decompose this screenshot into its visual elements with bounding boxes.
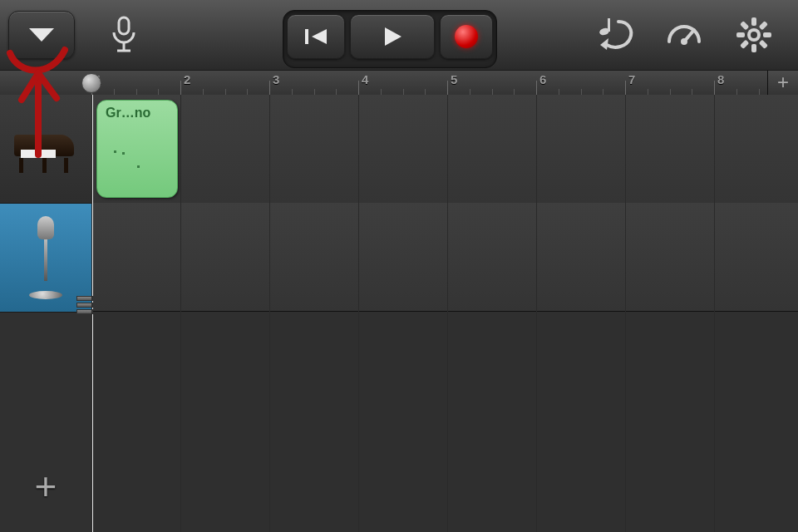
svg-marker-6	[385, 27, 401, 46]
midi-note-dot	[122, 152, 125, 155]
ruler-tick-major	[714, 81, 715, 96]
grid-line	[447, 95, 448, 532]
midi-note-dot	[114, 150, 116, 153]
loop-note-icon	[594, 17, 635, 53]
play-icon	[382, 26, 403, 47]
ruler-tick-major	[625, 81, 626, 96]
transport-controls	[283, 10, 497, 68]
svg-rect-4	[305, 29, 308, 44]
svg-rect-19	[740, 21, 749, 30]
grid-line	[714, 95, 715, 532]
svg-rect-15	[736, 32, 745, 37]
midi-region[interactable]: Gr…no	[96, 100, 178, 198]
svg-rect-1	[119, 17, 129, 34]
mixer-icon	[666, 18, 702, 52]
svg-rect-14	[751, 44, 756, 52]
piano-icon	[12, 125, 79, 173]
svg-rect-17	[759, 21, 768, 30]
ruler-bar-number: 4	[362, 72, 368, 86]
ruler-bar-number: 7	[628, 72, 635, 86]
microphone-icon	[108, 16, 140, 54]
ruler-track: 12345678	[91, 71, 768, 96]
svg-rect-18	[740, 40, 749, 49]
svg-rect-9	[608, 18, 610, 32]
grid-line	[625, 95, 626, 532]
chevron-down-icon	[27, 27, 56, 43]
svg-rect-20	[759, 40, 768, 49]
svg-marker-5	[312, 29, 327, 44]
grid-line	[91, 95, 92, 532]
grid-line	[536, 95, 537, 532]
ruler-tick-major	[447, 81, 448, 96]
svg-rect-13	[751, 17, 756, 26]
svg-point-21	[751, 32, 757, 38]
level-meter-stub	[76, 296, 91, 316]
region-label: Gr…no	[106, 106, 150, 120]
svg-line-11	[684, 30, 694, 42]
rewind-button[interactable]	[287, 14, 345, 59]
add-track-button[interactable]: +	[35, 464, 57, 509]
ruler-tick-major	[536, 81, 537, 96]
apple-loops-button[interactable]	[594, 14, 635, 56]
zoom-add-button[interactable]: +	[767, 71, 798, 96]
track-header-piano[interactable]	[0, 95, 91, 204]
ruler-bar-number: 2	[184, 72, 190, 86]
my-songs-button[interactable]	[8, 11, 75, 59]
settings-button[interactable]	[733, 14, 775, 56]
play-button[interactable]	[350, 14, 435, 59]
track-lanes[interactable]: Gr…no	[91, 95, 798, 532]
tracks-area: + Gr…no	[0, 95, 798, 532]
instruments-button[interactable]	[103, 14, 145, 56]
mic-stand-icon	[21, 216, 71, 299]
svg-marker-7	[600, 38, 608, 50]
ruler-tick-major	[180, 81, 181, 96]
ruler-bar-number: 6	[539, 72, 546, 86]
track-header-empty: +	[0, 313, 91, 532]
ruler-tick-major	[358, 81, 359, 96]
plus-icon: +	[777, 71, 789, 93]
ruler-bar-number: 5	[451, 72, 457, 86]
grid-line	[358, 95, 359, 532]
svg-marker-0	[29, 28, 54, 42]
track-lane-piano[interactable]	[91, 95, 798, 204]
rewind-icon	[303, 27, 328, 46]
mixer-button[interactable]	[663, 14, 705, 56]
playhead[interactable]	[81, 73, 101, 93]
svg-rect-16	[763, 32, 771, 37]
toolbar	[0, 0, 798, 71]
plus-icon: +	[35, 465, 57, 508]
grid-line	[269, 95, 270, 532]
gear-icon	[736, 17, 771, 52]
ruler-tick-major	[269, 81, 270, 96]
record-button[interactable]	[440, 14, 493, 59]
timeline-ruler[interactable]: 12345678 +	[0, 71, 798, 96]
grid-line	[180, 95, 181, 532]
midi-note-dot	[137, 165, 140, 168]
ruler-bar-number: 3	[273, 72, 279, 86]
empty-lane-area	[91, 311, 798, 532]
record-icon	[455, 25, 478, 48]
track-lane-mic[interactable]	[91, 203, 798, 312]
ruler-bar-number: 8	[717, 72, 724, 86]
